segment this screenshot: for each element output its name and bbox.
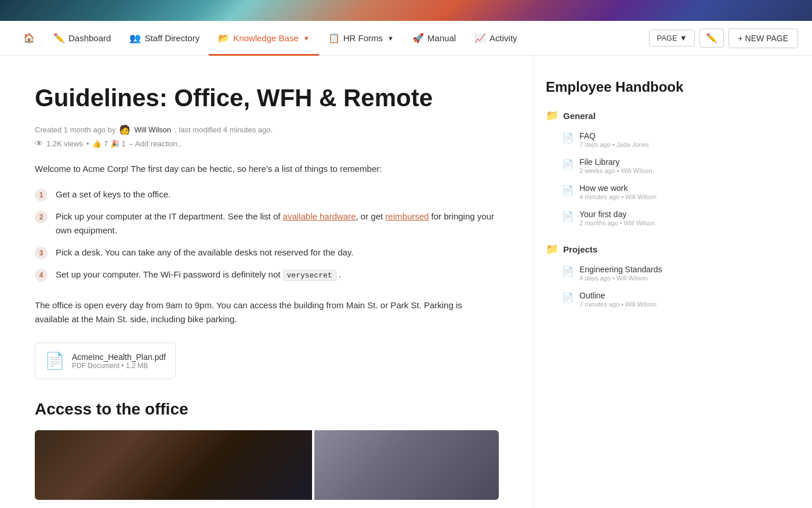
folder-icon-projects: 📁 [546,243,559,255]
list-num-3: 3 [35,247,48,260]
page-button[interactable]: PAGE ▼ [649,30,694,46]
views-icon: 👁 [35,139,43,148]
intro-text: Welcome to Acme Corp! The first day can … [35,162,499,176]
sidebar-section-general: 📁 General 📄 FAQ 7 days ago • Jada Jones … [546,109,705,231]
list-text-1: Get a set of keys to the office. [56,188,171,201]
nav-activity[interactable]: 📈 Activity [465,21,527,56]
item-name-how-we-work: How we work [579,183,657,193]
doc-icon-outline: 📄 [562,292,574,303]
modified-text: , last modified 4 minutes ago. [175,125,273,134]
nav-manual-label: Manual [427,33,456,43]
nav-kb-label: Knowledge Base [233,33,299,43]
nav-dashboard[interactable]: ✏️ Dashboard [44,21,120,56]
photo-strip [35,430,499,500]
new-page-button[interactable]: + NEW PAGE [728,28,798,48]
item-name-file-library: File Library [579,157,652,167]
activity-icon: 📈 [474,33,486,44]
list-num-1: 1 [35,189,48,201]
section2-heading: Access to the office [35,400,499,419]
attachment-name: AcmeInc_Health_Plan.pdf [72,352,166,362]
main-layout: Guidelines: Office, WFH & Remote Created… [0,56,812,508]
item-name-your-first-day: Your first day [579,210,655,219]
manual-icon: 🚀 [412,33,424,44]
list-text-4: Set up your computer. The Wi-Fi password… [56,268,341,282]
attachment[interactable]: 📄 AcmeInc_Health_Plan.pdf PDF Document •… [35,343,176,379]
home-icon: 🏠 [23,33,35,44]
created-text: Created 1 month ago by [35,125,115,134]
views-count: 1.2K views [46,139,83,148]
photo-right [314,430,499,500]
list-item: 4 Set up your computer. The Wi-Fi passwo… [35,268,499,282]
page-title: Guidelines: Office, WFH & Remote [35,84,499,113]
item-meta-engineering: 4 days ago • Will Wilson [579,275,662,282]
edit-button[interactable]: ✏️ [699,28,724,48]
sidebar-item-how-we-work[interactable]: 📄 How we work 4 minutes ago • Will Wilso… [546,179,705,205]
doc-icon-file-library: 📄 [562,158,574,170]
nav-staff-label: Staff Directory [144,33,200,43]
item-meta-file-library: 2 weeks ago • Will Wilson [579,167,652,174]
list-num-2: 2 [35,211,48,224]
reactions-dot: • [86,139,89,148]
reactions-line: 👁 1.2K views • 👍 7 🎉 1 – Add reaction.. [35,139,499,148]
nav-dashboard-label: Dashboard [68,33,111,43]
sidebar-folder-projects[interactable]: 📁 Projects [546,243,705,255]
doc-icon-engineering: 📄 [562,266,574,277]
sidebar-item-file-library[interactable]: 📄 File Library 2 weeks ago • Will Wilson [546,153,705,179]
item-meta-your-first-day: 2 months ago • Will Wilson [579,219,655,226]
add-reaction[interactable]: – Add reaction.. [129,139,182,148]
nav-right: PAGE ▼ ✏️ + NEW PAGE [649,28,798,48]
hr-dropdown-icon: ▼ [387,35,394,42]
nav-staff-directory[interactable]: 👥 Staff Directory [120,21,209,56]
nav-left: 🏠 ✏️ Dashboard 👥 Staff Directory 📂 Knowl… [14,21,649,56]
doc-icon-how-we-work: 📄 [562,185,574,196]
author-name: Will Wilson [134,125,171,134]
doc-icon-faq: 📄 [562,132,574,143]
list-item: 1 Get a set of keys to the office. [35,188,499,201]
reimbursed-link[interactable]: reimbursed [385,211,429,221]
item-name-faq: FAQ [579,131,649,140]
nav-activity-label: Activity [490,33,517,43]
dashboard-icon: ✏️ [53,33,65,44]
hr-icon: 📋 [328,33,340,44]
page-btn-label: PAGE [657,34,677,42]
reactions-emojis: 👍 7 🎉 1 [92,139,125,148]
author-avatar: 🧑 [119,124,130,135]
list-text-3: Pick a desk. You can take any of the ava… [56,246,353,260]
nav-hr-label: HR Forms [343,33,383,43]
sidebar-item-engineering-standards[interactable]: 📄 Engineering Standards 4 days ago • Wil… [546,260,705,286]
sidebar-item-outline[interactable]: 📄 Outline 7 minutes ago • Will Wilson [546,286,705,312]
sidebar-item-your-first-day[interactable]: 📄 Your first day 2 months ago • Will Wil… [546,205,705,231]
sidebar-section-projects: 📁 Projects 📄 Engineering Standards 4 day… [546,243,705,312]
item-name-outline: Outline [579,291,657,300]
nav-knowledge-base[interactable]: 📂 Knowledge Base ▼ [209,21,318,56]
nav-hr-forms[interactable]: 📋 HR Forms ▼ [319,21,403,56]
nav-manual[interactable]: 🚀 Manual [403,21,465,56]
folder-label-general: General [563,111,596,121]
wifi-code: verysecret [283,270,336,281]
new-page-label: + NEW PAGE [738,34,788,43]
header-banner [0,0,812,21]
list-item: 2 Pick up your computer at the IT depart… [35,210,499,237]
page-btn-chevron: ▼ [680,34,687,42]
numbered-list: 1 Get a set of keys to the office. 2 Pic… [35,188,499,282]
kb-dropdown-icon: ▼ [303,35,310,42]
sidebar-folder-general[interactable]: 📁 General [546,109,705,122]
list-item: 3 Pick a desk. You can take any of the a… [35,246,499,260]
pdf-icon: 📄 [45,351,65,370]
hardware-link[interactable]: available hardware [283,211,356,221]
main-nav: 🏠 ✏️ Dashboard 👥 Staff Directory 📂 Knowl… [0,21,812,56]
item-meta-faq: 7 days ago • Jada Jones [579,141,649,148]
body-text: The office is open every day from 9am to… [35,298,499,326]
doc-icon-your-first-day: 📄 [562,211,574,222]
item-meta-outline: 7 minutes ago • Will Wilson [579,301,657,308]
content-area: Guidelines: Office, WFH & Remote Created… [0,56,534,508]
sidebar: Employee Handbook 📁 General 📄 FAQ 7 days… [534,56,719,508]
item-name-engineering: Engineering Standards [579,265,662,274]
sidebar-item-faq[interactable]: 📄 FAQ 7 days ago • Jada Jones [546,127,705,153]
list-text-2: Pick up your computer at the IT departme… [56,210,499,237]
sidebar-title: Employee Handbook [546,79,705,95]
nav-home[interactable]: 🏠 [14,21,44,56]
attachment-meta: PDF Document • 1.2 MB [72,362,166,370]
meta-line: Created 1 month ago by 🧑 Will Wilson , l… [35,124,499,135]
item-meta-how-we-work: 4 minutes ago • Will Wilson [579,193,657,200]
